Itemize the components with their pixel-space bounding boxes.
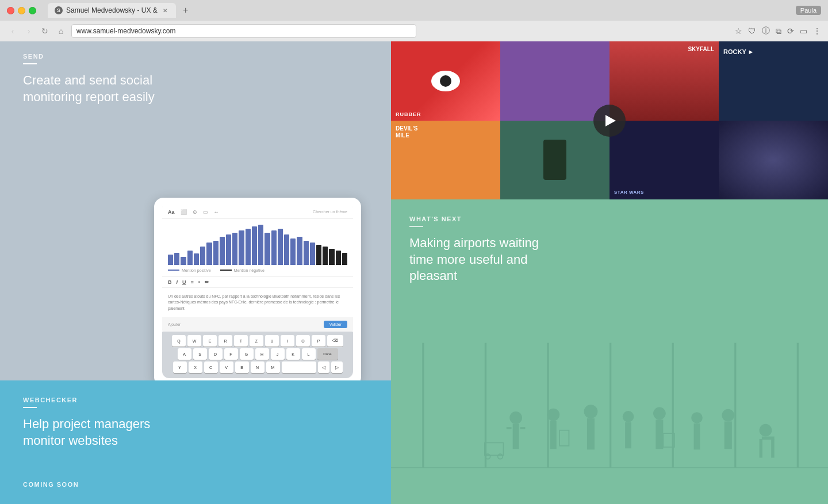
info-icon[interactable]: ⓘ: [762, 26, 770, 36]
chart-bar: [232, 233, 237, 265]
active-tab[interactable]: S Samuel Medvedowsky - UX & ✕: [48, 3, 176, 18]
svg-rect-11: [520, 427, 526, 429]
rocky-title: ROCKY ►: [723, 48, 754, 55]
sync-icon[interactable]: ⟳: [787, 26, 794, 36]
keyboard-row-2: A S D F G H J K L Done: [164, 348, 351, 360]
key-backspace[interactable]: ⌫: [327, 335, 343, 347]
legend-negative-label: Mention négative: [234, 268, 264, 272]
svg-rect-1: [422, 343, 424, 467]
svg-point-19: [653, 407, 666, 420]
key-j[interactable]: J: [271, 348, 285, 360]
chart-bar: [220, 237, 225, 265]
key-c[interactable]: C: [204, 361, 218, 373]
rubber-pupil: [440, 75, 451, 87]
chart-bar: [174, 253, 179, 265]
keyboard-row-1: Q W E R T Z U I O P ⌫: [164, 335, 351, 347]
key-v[interactable]: V: [220, 361, 233, 373]
shield-icon[interactable]: 🛡: [748, 26, 756, 36]
legend-positive: Mention positive: [168, 268, 211, 272]
chart-bar: [304, 241, 309, 265]
refresh-button[interactable]: ↻: [39, 26, 51, 36]
minimize-button[interactable]: [18, 7, 25, 14]
toolbar-icons: ☆ 🛡 ⓘ ⧉ ⟳ ▭ ⋮: [735, 26, 821, 36]
section-send: SEND Create and send social monitoring r…: [0, 41, 391, 380]
key-y[interactable]: Y: [173, 361, 187, 373]
key-h[interactable]: H: [255, 348, 269, 360]
legend-negative: Mention négative: [220, 268, 264, 272]
key-o[interactable]: O: [296, 335, 310, 347]
forward-button[interactable]: ›: [23, 26, 34, 36]
home-button[interactable]: ⌂: [55, 26, 67, 36]
key-u[interactable]: U: [265, 335, 279, 347]
key-space[interactable]: [282, 361, 316, 373]
devils-title: DEVIL'SMILE: [396, 125, 496, 139]
key-z[interactable]: Z: [250, 335, 263, 347]
new-tab-button[interactable]: +: [178, 3, 193, 18]
key-i[interactable]: I: [281, 335, 294, 347]
text-align-icon: ≡: [191, 279, 194, 285]
key-done[interactable]: Done: [317, 348, 338, 360]
tablet-validate-button[interactable]: Valider: [324, 321, 347, 328]
layers-icon[interactable]: ⧉: [776, 26, 781, 36]
key-n[interactable]: N: [251, 361, 264, 373]
svg-rect-9: [513, 424, 519, 448]
tablet-toolbar: Aa ⬜ ⊙ ▭ ↔ Chercher un thème: [162, 206, 353, 219]
starwars-title: STAR WARS: [614, 190, 714, 195]
chart-bar: [278, 229, 283, 265]
chart-bar: [226, 234, 231, 265]
whats-next-title: Making airports waiting time more useful…: [409, 235, 559, 284]
url-bar[interactable]: www.samuel-medvedowsky.com: [71, 24, 416, 38]
fullscreen-button[interactable]: [29, 7, 36, 14]
cast-icon[interactable]: ▭: [800, 26, 807, 36]
play-button[interactable]: [593, 105, 626, 137]
svg-rect-7: [797, 343, 799, 467]
svg-rect-14: [559, 430, 569, 445]
menu-icon[interactable]: ⋮: [813, 26, 821, 36]
tab-close-icon[interactable]: ✕: [161, 6, 169, 14]
legend-positive-label: Mention positive: [182, 268, 211, 272]
browser-chrome: S Samuel Medvedowsky - UX & ✕ + Paula ‹ …: [0, 0, 828, 41]
section-send-label: SEND: [23, 53, 368, 60]
key-g[interactable]: G: [240, 348, 254, 360]
svg-rect-20: [656, 420, 663, 449]
key-right[interactable]: ▷: [331, 361, 343, 373]
chart-bars: [168, 225, 347, 265]
chart-bar: [213, 241, 218, 265]
user-badge: Paula: [796, 6, 821, 15]
movie-card-silhouette: [500, 121, 610, 200]
key-left[interactable]: ◁: [318, 361, 329, 373]
key-b[interactable]: B: [235, 361, 249, 373]
close-button[interactable]: [7, 7, 14, 14]
key-f[interactable]: F: [224, 348, 238, 360]
section-video: RUBBER SKYFALL ROCKY ►: [391, 41, 828, 199]
tablet-monitor-icon: ▭: [203, 209, 208, 215]
key-p[interactable]: P: [312, 335, 325, 347]
underline-icon: U: [182, 279, 186, 285]
key-t[interactable]: T: [234, 335, 248, 347]
key-r[interactable]: R: [218, 335, 232, 347]
webchecker-label: WEBCHECKER: [23, 397, 368, 403]
skyfall-title: SKYFALL: [688, 46, 714, 52]
key-m[interactable]: M: [266, 361, 280, 373]
chart-bar: [290, 238, 296, 265]
key-l[interactable]: L: [302, 348, 316, 360]
chart-bar-dark: [316, 245, 321, 265]
key-q[interactable]: Q: [172, 335, 186, 347]
key-d[interactable]: D: [209, 348, 223, 360]
chart-bar: [194, 253, 199, 265]
paint-icon: ✏: [205, 279, 209, 285]
tablet-font-icon: Aa: [168, 209, 175, 215]
key-w[interactable]: W: [187, 335, 201, 347]
webchecker-title: Help project managers monitor websites: [23, 416, 184, 449]
back-button[interactable]: ‹: [7, 26, 18, 36]
key-e[interactable]: E: [203, 335, 217, 347]
key-x[interactable]: X: [189, 361, 202, 373]
bookmark-star-icon[interactable]: ☆: [735, 26, 742, 36]
key-k[interactable]: K: [286, 348, 300, 360]
key-a[interactable]: A: [178, 348, 191, 360]
italic-icon: I: [177, 279, 178, 285]
key-s[interactable]: S: [193, 348, 207, 360]
svg-point-29: [760, 424, 772, 436]
svg-point-12: [547, 408, 559, 421]
chart-bar: [258, 225, 263, 265]
